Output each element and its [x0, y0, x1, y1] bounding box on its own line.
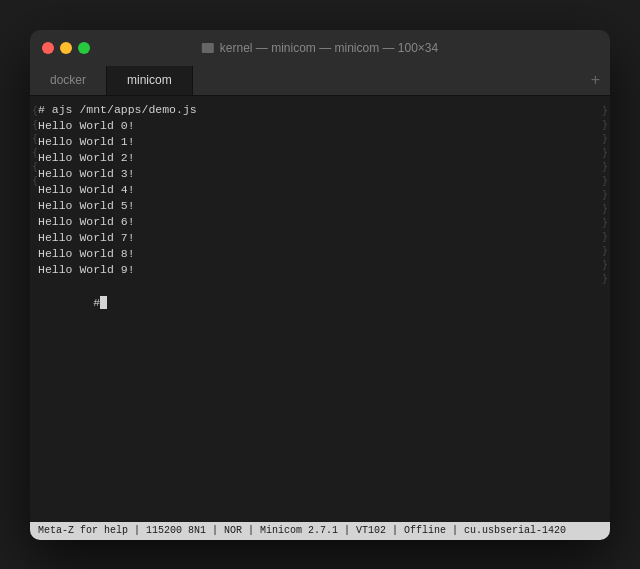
status-bar: Meta-Z for help | 115200 8N1 | NOR | Min… — [30, 522, 610, 540]
left-bracket-indicator: {{{{{{ — [32, 104, 38, 188]
terminal-line: Hello World 9! — [38, 262, 602, 278]
terminal-content: # ajs /mnt/apps/demo.js Hello World 0! H… — [30, 96, 610, 522]
traffic-lights — [42, 42, 90, 54]
minimize-button[interactable] — [60, 42, 72, 54]
terminal-line: Hello World 7! — [38, 230, 602, 246]
terminal-line: Hello World 0! — [38, 118, 602, 134]
terminal-line: # ajs /mnt/apps/demo.js — [38, 102, 602, 118]
terminal-cursor — [100, 296, 107, 309]
tab-add-button[interactable]: + — [581, 66, 610, 95]
terminal-prompt-line: # — [38, 279, 602, 327]
terminal-line: Hello World 5! — [38, 198, 602, 214]
maximize-button[interactable] — [78, 42, 90, 54]
terminal-line: Hello World 4! — [38, 182, 602, 198]
terminal-line: Hello World 1! — [38, 134, 602, 150]
close-button[interactable] — [42, 42, 54, 54]
titlebar: kernel — minicom — minicom — 100×34 — [30, 30, 610, 66]
terminal-icon — [202, 43, 214, 53]
terminal-line: Hello World 2! — [38, 150, 602, 166]
right-bracket-indicator: }}}}}}}}}}}}} — [602, 104, 608, 286]
terminal-line: Hello World 6! — [38, 214, 602, 230]
tab-docker[interactable]: docker — [30, 66, 107, 95]
terminal-line: Hello World 3! — [38, 166, 602, 182]
terminal-window: kernel — minicom — minicom — 100×34 dock… — [30, 30, 610, 540]
tabs-bar: docker minicom + — [30, 66, 610, 96]
window-title: kernel — minicom — minicom — 100×34 — [202, 41, 438, 55]
tab-minicom[interactable]: minicom — [107, 66, 193, 95]
terminal-area[interactable]: # ajs /mnt/apps/demo.js Hello World 0! H… — [30, 96, 610, 522]
terminal-line: Hello World 8! — [38, 246, 602, 262]
